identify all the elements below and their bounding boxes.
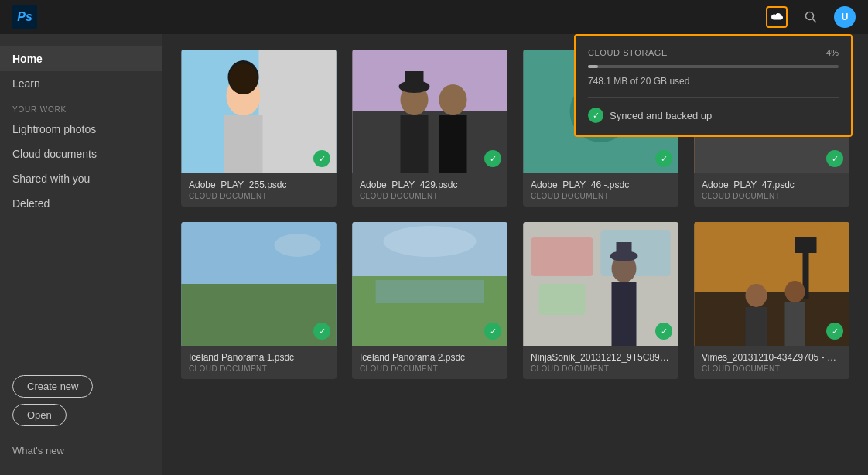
svg-line-1 <box>813 19 817 23</box>
file-card[interactable]: ✓ Iceland Panorama 2.psdc CLOUD DOCUMENT <box>352 222 507 379</box>
svg-point-50 <box>785 281 805 302</box>
sidebar-bottom: Create new Open <box>0 366 162 436</box>
sidebar-item-learn[interactable]: Learn <box>0 71 162 96</box>
file-check-badge: ✓ <box>655 150 672 167</box>
svg-rect-11 <box>401 115 429 173</box>
cloud-storage-percent: 4% <box>826 48 839 57</box>
svg-point-14 <box>439 84 467 115</box>
svg-rect-33 <box>376 280 484 303</box>
file-thumbnail: ✓ <box>181 222 337 346</box>
file-check-badge: ✓ <box>484 323 501 340</box>
topbar-right: U <box>766 6 856 28</box>
file-info: Adobe_PLAY_46 -.psdc CLOUD DOCUMENT <box>523 173 678 207</box>
file-thumbnail: ✓ <box>523 222 678 346</box>
file-type: CLOUD DOCUMENT <box>702 192 842 200</box>
svg-rect-51 <box>785 302 805 346</box>
svg-rect-36 <box>531 238 593 276</box>
svg-rect-5 <box>224 115 263 173</box>
file-info: Adobe_PLAY_429.psdc CLOUD DOCUMENT <box>352 173 507 207</box>
file-name: Adobe_PLAY_429.psdc <box>360 179 500 190</box>
svg-point-7 <box>230 63 258 94</box>
cloud-storage-used: 748.1 MB of 20 GB used <box>588 76 839 87</box>
file-card[interactable]: ✓ NinjaSonik_20131212_9T5C8918 - Copy.ps… <box>523 222 678 379</box>
file-info: Iceland Panorama 1.psdc CLOUD DOCUMENT <box>181 346 337 379</box>
file-card[interactable]: ✓ Adobe_PLAY_255.psdc CLOUD DOCUMENT <box>181 50 337 207</box>
file-thumbnail: ✓ <box>352 222 507 346</box>
svg-rect-40 <box>612 282 637 346</box>
file-card[interactable]: ✓ Vimes_20131210-434Z9705 - Copy.psdc CL… <box>694 222 849 379</box>
content-area: CLOUD STORAGE 4% 748.1 MB of 20 GB used … <box>162 34 868 475</box>
file-type: CLOUD DOCUMENT <box>189 364 329 373</box>
sidebar-item-lightroom-photos[interactable]: Lightroom photos <box>0 117 162 142</box>
file-thumbnail: ✓ <box>181 50 337 173</box>
file-name: Iceland Panorama 2.psdc <box>360 352 500 363</box>
file-type: CLOUD DOCUMENT <box>360 364 500 373</box>
cloud-storage-popup: CLOUD STORAGE 4% 748.1 MB of 20 GB used … <box>574 34 853 137</box>
cloud-storage-progress-bg <box>588 65 839 68</box>
file-check-badge: ✓ <box>484 150 501 167</box>
sidebar-nav: Home Learn YOUR WORK Lightroom photos Cl… <box>0 46 162 366</box>
whats-new-link[interactable]: What's new <box>0 436 162 463</box>
file-thumbnail: ✓ <box>694 222 849 346</box>
file-type: CLOUD DOCUMENT <box>189 192 329 200</box>
file-check-badge: ✓ <box>313 323 330 340</box>
cloud-popup-divider <box>588 97 839 98</box>
file-type: CLOUD DOCUMENT <box>702 364 842 373</box>
cloud-storage-icon[interactable] <box>766 6 788 28</box>
svg-rect-9 <box>353 111 507 173</box>
svg-point-27 <box>275 234 321 257</box>
sync-check-icon: ✓ <box>588 108 603 123</box>
svg-rect-13 <box>405 71 424 88</box>
svg-rect-15 <box>439 115 467 173</box>
search-icon[interactable] <box>800 6 822 28</box>
svg-rect-47 <box>795 238 817 253</box>
file-info: Iceland Panorama 2.psdc CLOUD DOCUMENT <box>352 346 507 379</box>
main-layout: Home Learn YOUR WORK Lightroom photos Cl… <box>0 34 868 475</box>
sidebar-item-deleted[interactable]: Deleted <box>0 191 162 216</box>
file-type: CLOUD DOCUMENT <box>531 192 671 200</box>
topbar-left: Ps <box>12 5 37 29</box>
file-info: Adobe_PLAY_47.psdc CLOUD DOCUMENT <box>694 173 849 207</box>
file-check-badge: ✓ <box>826 150 843 167</box>
svg-point-32 <box>384 226 477 257</box>
svg-point-0 <box>806 12 814 20</box>
file-info: Vimes_20131210-434Z9705 - Copy.psdc CLOU… <box>694 346 849 379</box>
file-info: Adobe_PLAY_255.psdc CLOUD DOCUMENT <box>181 173 337 207</box>
file-name: Adobe_PLAY_47.psdc <box>702 179 842 190</box>
file-card[interactable]: ✓ Iceland Panorama 1.psdc CLOUD DOCUMENT <box>181 222 337 379</box>
open-button[interactable]: Open <box>12 404 67 426</box>
svg-rect-42 <box>617 242 632 258</box>
svg-rect-23 <box>182 284 337 346</box>
sync-status-text: Synced and backed up <box>610 110 712 121</box>
file-info: NinjaSonik_20131212_9T5C8918 - Copy.psdc… <box>523 346 678 379</box>
file-name: Iceland Panorama 1.psdc <box>189 352 329 363</box>
avatar[interactable]: U <box>834 6 856 28</box>
sidebar: Home Learn YOUR WORK Lightroom photos Cl… <box>0 34 162 475</box>
svg-rect-38 <box>539 284 586 315</box>
topbar: Ps U <box>0 0 868 34</box>
sidebar-item-home[interactable]: Home <box>0 46 162 71</box>
file-check-badge: ✓ <box>313 150 330 167</box>
file-name: Vimes_20131210-434Z9705 - Copy.psdc <box>702 352 842 363</box>
sidebar-item-shared-with-you[interactable]: Shared with you <box>0 166 162 191</box>
file-check-badge: ✓ <box>826 323 843 340</box>
file-type: CLOUD DOCUMENT <box>531 364 671 373</box>
file-name: NinjaSonik_20131212_9T5C8918 - Copy.psdc <box>531 352 671 363</box>
file-type: CLOUD DOCUMENT <box>360 192 500 200</box>
svg-rect-45 <box>695 292 849 346</box>
svg-rect-49 <box>746 307 767 346</box>
file-card[interactable]: ✓ Adobe_PLAY_429.psdc CLOUD DOCUMENT <box>352 50 507 207</box>
ps-logo: Ps <box>12 5 37 29</box>
create-new-button[interactable]: Create new <box>12 375 93 398</box>
file-name: Adobe_PLAY_255.psdc <box>189 179 329 190</box>
sidebar-section-your-work: YOUR WORK <box>0 96 162 117</box>
cloud-storage-title: CLOUD STORAGE <box>588 48 668 57</box>
svg-point-48 <box>746 284 767 307</box>
file-name: Adobe_PLAY_46 -.psdc <box>531 179 671 190</box>
file-thumbnail: ✓ <box>352 50 507 173</box>
cloud-popup-header: CLOUD STORAGE 4% <box>588 48 839 57</box>
sidebar-item-cloud-documents[interactable]: Cloud documents <box>0 142 162 166</box>
file-check-badge: ✓ <box>655 323 672 340</box>
cloud-popup-status: ✓ Synced and backed up <box>588 108 839 123</box>
cloud-storage-progress-fill <box>588 65 598 68</box>
